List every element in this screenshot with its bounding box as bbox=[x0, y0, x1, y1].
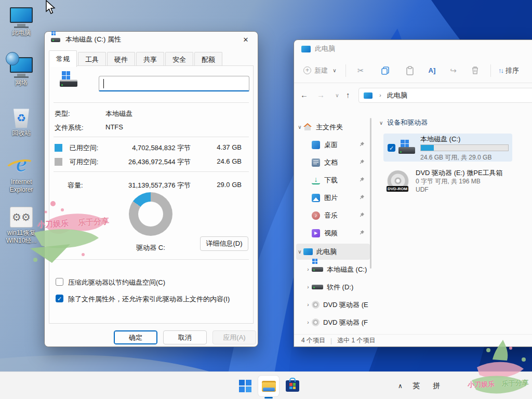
nav-item-documents[interactable]: 文档 bbox=[296, 154, 370, 170]
nav-label: 文档 bbox=[324, 158, 338, 167]
tab-general[interactable]: 常规 bbox=[49, 50, 77, 67]
delete-icon[interactable] bbox=[471, 66, 479, 75]
nav-label: 软件 (D:) bbox=[327, 283, 353, 292]
ime-pinyin-indicator[interactable]: 拼 bbox=[433, 372, 440, 399]
details-button[interactable]: 详细信息(D) bbox=[200, 236, 248, 251]
nav-label: 本地磁盘 (C:) bbox=[327, 265, 367, 274]
start-button[interactable] bbox=[235, 376, 256, 396]
tab-security[interactable]: 安全 bbox=[165, 52, 193, 67]
ime-pinyin-label: 拼 bbox=[433, 381, 440, 391]
desktop-icon-win11-restore[interactable]: ⚙⚙ win11恢复 WIN10经... bbox=[1, 207, 42, 245]
nav-item-downloads[interactable]: ↓ 下载 bbox=[296, 172, 370, 188]
nav-item-home[interactable]: ∨ 主文件夹 bbox=[296, 119, 370, 135]
nav-item-dvd-e[interactable]: › DVD 驱动器 (E bbox=[296, 297, 370, 313]
share-icon[interactable]: ↪ bbox=[450, 66, 457, 75]
back-icon[interactable]: ← bbox=[300, 90, 308, 99]
divider bbox=[294, 83, 532, 83]
close-button[interactable]: ✕ bbox=[237, 34, 255, 46]
pictures-icon bbox=[312, 194, 320, 202]
desktop-icon-label-line2: WIN10经... bbox=[1, 237, 42, 245]
sort-button[interactable]: ↑↓ 排序 bbox=[498, 66, 519, 75]
new-button[interactable]: + 新建 ∨ bbox=[303, 66, 338, 75]
dvd-e-tile[interactable]: DVD-ROM DVD 驱动器 (E:) 微PE工具箱 0 字节 可用, 共 1… bbox=[383, 166, 512, 196]
ime-english-indicator[interactable]: 英 bbox=[413, 372, 420, 399]
explorer-titlebar[interactable]: 此电脑 bbox=[294, 40, 335, 58]
pin-icon bbox=[359, 159, 365, 165]
desktop-icon-network[interactable]: 网络 bbox=[1, 57, 42, 87]
apply-button[interactable]: 应用(A) bbox=[212, 330, 256, 344]
index-checkbox[interactable]: ✓ bbox=[56, 295, 63, 302]
nav-item-this-pc[interactable]: ∨ 此电脑 bbox=[296, 244, 370, 260]
taskbar-store[interactable] bbox=[282, 376, 303, 396]
dvd-rom-label: DVD-ROM bbox=[387, 186, 408, 192]
dvd-icon bbox=[312, 318, 320, 326]
pin-icon bbox=[359, 230, 365, 235]
breadcrumb[interactable]: 此电脑 bbox=[387, 91, 407, 100]
mouse-cursor bbox=[45, 0, 56, 16]
nav-item-pictures[interactable]: 图片 bbox=[296, 190, 370, 206]
nav-label: 桌面 bbox=[324, 140, 338, 150]
desktop-icon-this-pc[interactable]: 此电脑 bbox=[1, 7, 42, 37]
nav-item-music[interactable]: ♪ 音乐 bbox=[296, 207, 370, 223]
desktop-folder-icon bbox=[312, 141, 320, 149]
desktop-icon-label: 此电脑 bbox=[1, 29, 42, 37]
volume-label-input[interactable] bbox=[99, 76, 249, 91]
cancel-button[interactable]: 取消 bbox=[163, 330, 207, 344]
type-label: 类型: bbox=[55, 110, 70, 117]
nav-label: 音乐 bbox=[324, 211, 338, 220]
dialog-tabs: 常规 工具 硬件 共享 安全 配额 bbox=[49, 52, 222, 67]
used-space-label: 已用空间: bbox=[70, 144, 99, 152]
home-icon bbox=[303, 123, 312, 131]
ok-button[interactable]: 确定 bbox=[114, 330, 157, 344]
tab-sharing[interactable]: 共享 bbox=[136, 52, 164, 67]
type-row: 类型: 本地磁盘 bbox=[55, 109, 246, 118]
nav-item-drive-c[interactable]: › 本地磁盘 (C:) bbox=[296, 261, 370, 277]
used-space-bytes: 4,702,584,832 字节 bbox=[132, 143, 191, 153]
status-item-count: 4 个项目 bbox=[301, 336, 325, 345]
free-space-swatch bbox=[55, 158, 62, 166]
file-explorer-icon bbox=[262, 381, 276, 392]
desktop-icon-internet-explorer[interactable]: e Internet Explorer bbox=[1, 152, 42, 194]
nav-item-drive-d[interactable]: › 软件 (D:) bbox=[296, 279, 370, 295]
nav-item-desktop[interactable]: 桌面 bbox=[296, 137, 370, 153]
item-checkbox[interactable]: ✓ bbox=[388, 144, 395, 152]
chevron-down-icon[interactable]: ∨ bbox=[334, 92, 341, 98]
taskbar-file-explorer[interactable] bbox=[258, 376, 279, 396]
forward-icon[interactable]: → bbox=[317, 90, 325, 99]
pin-icon bbox=[359, 194, 365, 200]
chevron-down-icon: ∨ bbox=[296, 249, 303, 255]
compress-checkbox[interactable] bbox=[56, 278, 63, 286]
drive-icon bbox=[312, 285, 323, 289]
active-app-indicator bbox=[264, 397, 273, 398]
desktop-icon-recycle-bin[interactable]: ♻ 回收站 bbox=[1, 108, 42, 137]
compress-label: 压缩此驱动器以节约磁盘空间(C) bbox=[68, 278, 165, 287]
dialog-titlebar[interactable]: 本地磁盘 (C:) 属性 bbox=[45, 32, 258, 47]
nav-label: 视频 bbox=[324, 229, 338, 238]
desktop: 此电脑 网络 ♻ 回收站 e Internet Explorer ⚙⚙ win1… bbox=[0, 0, 532, 399]
text-caret bbox=[103, 79, 104, 88]
cut-icon[interactable]: ✂ bbox=[357, 66, 364, 75]
tab-hardware[interactable]: 硬件 bbox=[107, 52, 135, 67]
nav-scrollbar[interactable] bbox=[370, 118, 371, 269]
tab-quota[interactable]: 配额 bbox=[194, 52, 222, 67]
up-icon[interactable]: ↑ bbox=[346, 90, 350, 99]
group-header[interactable]: ∨ 设备和驱动器 bbox=[379, 118, 428, 127]
copy-icon[interactable] bbox=[381, 66, 390, 75]
nav-pane: ∨ 主文件夹 桌面 文档 ↓ 下载 图片 bbox=[294, 112, 372, 334]
nav-item-dvd-f[interactable]: › DVD 驱动器 (F bbox=[296, 314, 370, 330]
rename-icon[interactable]: A] bbox=[429, 66, 436, 74]
used-space-swatch bbox=[55, 144, 62, 152]
chevron-up-icon: ∧ bbox=[398, 382, 403, 390]
drive-c-tile[interactable]: ✓ 本地磁盘 (C:) 24.6 GB 可用, 共 29.0 GB bbox=[383, 134, 512, 162]
paste-icon[interactable] bbox=[406, 66, 414, 75]
tab-tools[interactable]: 工具 bbox=[78, 52, 106, 67]
nav-item-videos[interactable]: ▶ 视频 bbox=[296, 225, 370, 241]
explorer-title: 此电脑 bbox=[315, 44, 335, 54]
sort-label: 排序 bbox=[506, 66, 519, 75]
address-bar[interactable]: › 此电脑 bbox=[358, 88, 532, 103]
used-space-size: 4.37 GB bbox=[217, 143, 242, 151]
tray-chevron-up[interactable]: ∧ bbox=[398, 372, 403, 399]
chevron-right-icon: › bbox=[377, 92, 384, 98]
nav-label: DVD 驱动器 (E bbox=[323, 300, 368, 310]
drive-icon bbox=[312, 267, 323, 272]
